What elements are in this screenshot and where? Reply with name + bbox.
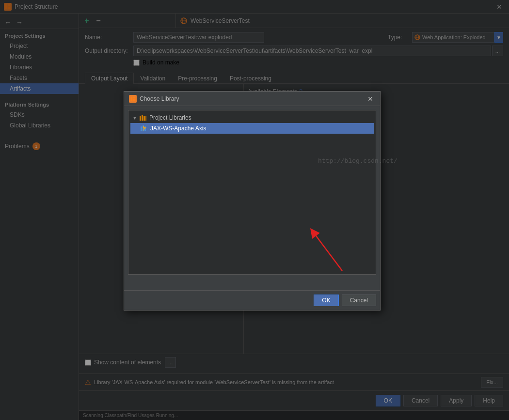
name-input[interactable] bbox=[133, 32, 264, 43]
sidebar-item-sdks[interactable]: SDKs bbox=[0, 109, 79, 120]
modal-item-label: JAX-WS-Apache Axis bbox=[150, 125, 206, 132]
help-button[interactable]: Help bbox=[475, 395, 503, 406]
ok-button[interactable]: OK bbox=[376, 395, 400, 406]
tab-validation[interactable]: Validation bbox=[134, 73, 172, 84]
tab-output-layout[interactable]: Output Layout bbox=[85, 73, 134, 84]
build-on-make-row: Build on make bbox=[85, 59, 503, 66]
svg-rect-16 bbox=[133, 99, 135, 100]
tabs-bar: Output Layout Validation Pre-processing … bbox=[79, 73, 509, 84]
status-bar: Scanning Classpath/Find Usages Running..… bbox=[79, 410, 509, 420]
sidebar-item-libraries[interactable]: Libraries bbox=[0, 62, 79, 73]
modal-tree: ▼ Project Libraries bbox=[128, 110, 376, 275]
fix-button[interactable]: Fix... bbox=[481, 377, 503, 388]
add-artifact-button[interactable]: + bbox=[82, 16, 92, 26]
modal-cancel-button[interactable]: Cancel bbox=[342, 295, 376, 306]
modal-tree-header: ▼ Project Libraries bbox=[130, 112, 374, 123]
output-dir-input[interactable] bbox=[133, 46, 491, 56]
type-dropdown-arrow[interactable]: ▼ bbox=[494, 32, 503, 43]
sidebar-item-facets[interactable]: Facets bbox=[0, 73, 79, 83]
window-title: Project Structure bbox=[15, 3, 493, 10]
output-dir-label: Output directory: bbox=[85, 47, 133, 54]
title-bar: Project Structure ✕ bbox=[0, 0, 509, 14]
warning-text: Library 'JAX-WS-Apache Axis' required fo… bbox=[94, 379, 334, 385]
sidebar-item-project[interactable]: Project bbox=[0, 41, 79, 51]
remove-artifact-button[interactable]: − bbox=[94, 16, 103, 26]
output-dir-browse[interactable]: ... bbox=[492, 46, 503, 56]
svg-rect-14 bbox=[131, 96, 132, 100]
sidebar-item-global-libraries[interactable]: Global Libraries bbox=[0, 120, 79, 131]
modal-title-bar: Choose Library ✕ bbox=[124, 92, 380, 106]
tab-pre-processing[interactable]: Pre-processing bbox=[172, 73, 223, 84]
modal-close-button[interactable]: ✕ bbox=[366, 95, 375, 103]
svg-rect-21 bbox=[141, 126, 142, 131]
name-label: Name: bbox=[85, 34, 133, 41]
app-icon bbox=[4, 3, 12, 11]
type-select[interactable]: Web Application: Exploded bbox=[412, 32, 494, 43]
modal-content: ▼ Project Libraries bbox=[124, 106, 380, 290]
back-button[interactable]: ← bbox=[3, 17, 13, 27]
svg-rect-2 bbox=[8, 7, 10, 9]
svg-rect-15 bbox=[133, 96, 135, 98]
show-content-browse[interactable]: ... bbox=[165, 357, 176, 368]
jaxws-library-icon bbox=[140, 124, 148, 132]
project-libraries-icon bbox=[139, 114, 147, 122]
show-content-checkbox[interactable] bbox=[85, 359, 91, 366]
build-on-make-checkbox[interactable] bbox=[133, 60, 140, 66]
name-row: Name: Type: Web Application: Explo bbox=[85, 32, 503, 43]
form-area: Name: Type: Web Application: Explo bbox=[79, 28, 509, 73]
artifact-icon bbox=[180, 17, 188, 25]
problems-badge: 1 bbox=[32, 142, 40, 150]
project-settings-title: Project Settings bbox=[0, 29, 79, 41]
svg-rect-17 bbox=[140, 116, 141, 121]
output-dir-row: Output directory: ... bbox=[85, 46, 503, 56]
modal-app-icon bbox=[129, 95, 137, 103]
sidebar-item-artifacts[interactable]: Artifacts bbox=[0, 83, 79, 94]
svg-rect-20 bbox=[145, 116, 146, 121]
sidebar-item-modules[interactable]: Modules bbox=[0, 51, 79, 62]
tab-post-processing[interactable]: Post-processing bbox=[223, 73, 278, 84]
artifact-name: WebServiceServerTest bbox=[191, 17, 250, 24]
status-text: Scanning Classpath/Find Usages Running..… bbox=[83, 413, 178, 418]
modal-footer: OK Cancel bbox=[124, 290, 380, 310]
bottom-buttons: OK Cancel Apply Help bbox=[79, 390, 509, 410]
platform-settings-title: Platform Settings bbox=[0, 98, 79, 109]
show-content-row: Show content of elements ... bbox=[85, 357, 503, 368]
type-value: Web Application: Exploded bbox=[422, 34, 492, 40]
tree-expand-icon: ▼ bbox=[132, 115, 139, 121]
cancel-button[interactable]: Cancel bbox=[403, 395, 438, 406]
choose-library-dialog: Choose Library ✕ ▼ Project Libraries bbox=[124, 91, 381, 311]
modal-title: Choose Library bbox=[140, 95, 366, 102]
sidebar: ← → Project Settings Project Modules Lib… bbox=[0, 14, 79, 420]
type-label: Type: bbox=[388, 34, 412, 41]
svg-rect-18 bbox=[142, 115, 143, 121]
bottom-area: Show content of elements ... bbox=[79, 354, 509, 373]
warning-icon: ⚠ bbox=[85, 378, 91, 386]
svg-rect-19 bbox=[143, 116, 145, 121]
close-button[interactable]: ✕ bbox=[493, 2, 505, 12]
build-on-make-label: Build on make bbox=[143, 59, 179, 66]
forward-button[interactable]: → bbox=[15, 17, 24, 27]
modal-tree-item-jaxws[interactable]: JAX-WS-Apache Axis bbox=[130, 123, 374, 134]
artifact-tree-item[interactable]: WebServiceServerTest bbox=[176, 15, 254, 27]
svg-rect-1 bbox=[8, 4, 10, 6]
project-libraries-label: Project Libraries bbox=[149, 114, 191, 121]
svg-rect-0 bbox=[5, 4, 7, 9]
show-content-label: Show content of elements bbox=[94, 359, 161, 366]
modal-ok-button[interactable]: OK bbox=[314, 295, 338, 306]
problems-label[interactable]: Problems bbox=[5, 143, 30, 150]
warning-bar: ⚠ Library 'JAX-WS-Apache Axis' required … bbox=[79, 373, 509, 390]
apply-button[interactable]: Apply bbox=[441, 395, 472, 406]
